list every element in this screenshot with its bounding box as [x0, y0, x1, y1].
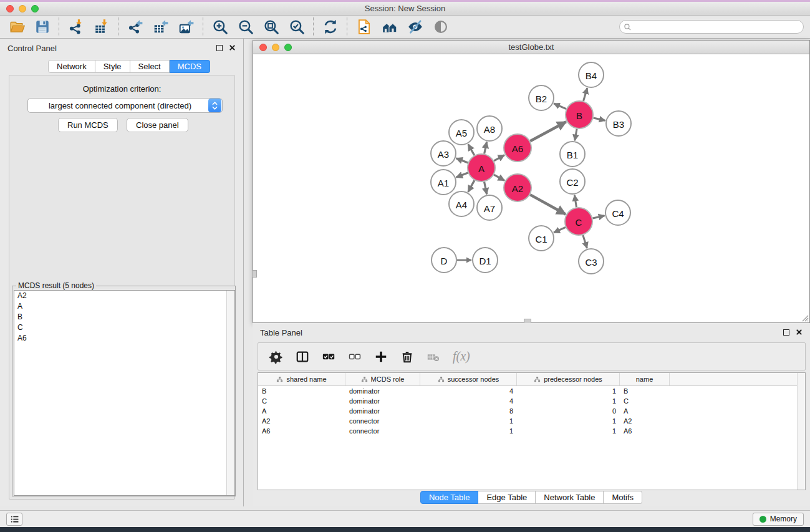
table-cell[interactable]: C [620, 397, 670, 405]
node-C3[interactable]: C3 [579, 249, 604, 274]
node-A6[interactable]: A6 [504, 134, 531, 162]
edge-A-A3[interactable] [456, 158, 468, 163]
float-panel-icon[interactable] [216, 45, 223, 51]
table-cell[interactable]: A2 [620, 417, 670, 425]
show-panels-button[interactable] [6, 513, 22, 526]
tab-motifs[interactable]: Motifs [604, 491, 642, 504]
node-D1[interactable]: D1 [473, 248, 498, 273]
open-file-icon[interactable] [8, 19, 25, 36]
edge-A-A4[interactable] [468, 180, 475, 192]
table-cell[interactable]: A [620, 407, 670, 415]
table-cell[interactable]: 0 [517, 407, 620, 415]
edge-B-B2[interactable] [554, 104, 566, 109]
table-cell[interactable]: B [258, 387, 345, 395]
result-item[interactable]: B [14, 312, 234, 322]
table-cell[interactable]: 1 [517, 397, 620, 405]
network-canvas[interactable]: B4B2BB3A5A8A6B1A3AC2A1A2A4A7C4CC1C3DD1 [253, 54, 809, 322]
node-C1[interactable]: C1 [529, 226, 554, 251]
edge-C-C3[interactable] [583, 235, 587, 248]
copy-style-icon[interactable] [355, 19, 372, 36]
tab-node-table[interactable]: Node Table [420, 491, 479, 504]
edge-A-A8[interactable] [485, 142, 487, 154]
node-B3[interactable]: B3 [606, 111, 631, 136]
table-cell[interactable]: connector [345, 417, 420, 425]
deselect-all-icon[interactable] [348, 350, 362, 364]
refresh-icon[interactable] [322, 19, 339, 36]
zoom-fit-icon[interactable] [263, 19, 279, 36]
node-A5[interactable]: A5 [449, 120, 474, 145]
edge-A-A7[interactable] [485, 182, 487, 195]
table-cell[interactable]: 8 [420, 407, 517, 415]
close-panel-icon[interactable] [229, 42, 236, 54]
tab-edge-table[interactable]: Edge Table [478, 491, 536, 504]
close-table-panel-icon[interactable] [796, 327, 803, 338]
tab-network-table[interactable]: Network Table [536, 491, 604, 504]
table-cell[interactable]: B [620, 387, 670, 395]
node-C2[interactable]: C2 [560, 169, 585, 194]
float-table-panel-icon[interactable] [783, 329, 789, 336]
splitter-handle-vertical[interactable] [252, 270, 257, 278]
network-graph[interactable]: B4B2BB3A5A8A6B1A3AC2A1A2A4A7C4CC1C3DD1 [253, 54, 809, 322]
edge-C-C2[interactable] [574, 195, 576, 208]
table-row[interactable]: Adominator80A [258, 406, 805, 416]
table-row[interactable]: Bdominator41B [258, 386, 805, 396]
result-item[interactable]: A2 [14, 291, 234, 301]
table-cell[interactable]: dominator [345, 397, 420, 405]
memory-button[interactable]: Memory [753, 513, 804, 526]
edge-A-A6[interactable] [494, 155, 504, 161]
optimization-criterion-select[interactable]: largest connected component (directed) [27, 98, 223, 113]
edge-A6-B[interactable] [530, 122, 566, 141]
table-cell[interactable]: 1 [517, 427, 620, 435]
column-header-shared-name[interactable]: shared name [258, 373, 345, 385]
node-B[interactable]: B [566, 101, 593, 128]
node-A[interactable]: A [468, 154, 495, 181]
result-item[interactable]: C [14, 322, 234, 333]
table-cell[interactable]: 1 [517, 417, 620, 425]
node-C[interactable]: C [565, 208, 592, 235]
split-columns-icon[interactable] [296, 350, 309, 364]
column-header-name[interactable]: name [620, 373, 670, 385]
app-titlebar[interactable]: Session: New Session [0, 2, 810, 16]
table-cell[interactable]: 1 [517, 387, 620, 395]
edge-C-C4[interactable] [592, 216, 604, 218]
close-panel-button[interactable]: Close panel [127, 118, 188, 132]
tab-style[interactable]: Style [95, 60, 130, 73]
node-A3[interactable]: A3 [431, 141, 456, 166]
zoom-in-icon[interactable] [211, 19, 228, 36]
node-B1[interactable]: B1 [560, 142, 585, 167]
edge-B-B1[interactable] [575, 129, 577, 141]
result-item[interactable]: A6 [14, 333, 234, 344]
gear-icon[interactable] [269, 350, 283, 364]
table-row[interactable]: A2connector11A2 [258, 416, 805, 426]
tab-mcds[interactable]: MCDS [170, 60, 210, 73]
node-A8[interactable]: A8 [477, 116, 502, 141]
hide-selected-icon[interactable] [407, 19, 423, 36]
table-cell[interactable]: 1 [420, 417, 517, 425]
edge-A-A2[interactable] [494, 175, 504, 180]
table-row[interactable]: A6connector11A6 [258, 426, 805, 436]
column-header-successor-nodes[interactable]: successor nodes [420, 373, 517, 385]
result-item[interactable]: A [14, 301, 234, 312]
table-cell[interactable]: connector [345, 427, 420, 435]
network-window-titlebar[interactable]: testGlobe.txt [253, 41, 809, 54]
first-neighbors-icon[interactable] [381, 19, 398, 36]
export-network-icon[interactable] [127, 19, 143, 36]
node-A1[interactable]: A1 [431, 170, 456, 195]
edge-C-C1[interactable] [554, 227, 566, 233]
search-text-field[interactable] [632, 21, 803, 32]
edge-A2-C[interactable] [530, 195, 566, 214]
node-C4[interactable]: C4 [605, 200, 630, 225]
table-cell[interactable]: 1 [420, 427, 517, 435]
delete-icon[interactable] [400, 350, 414, 364]
export-table-icon[interactable] [152, 19, 169, 36]
import-network-icon[interactable] [67, 19, 84, 36]
column-header-MCDS-role[interactable]: MCDS role [345, 373, 420, 385]
show-graphics-icon[interactable] [432, 19, 449, 36]
window-resize-grip[interactable] [800, 313, 809, 322]
node-B2[interactable]: B2 [529, 85, 554, 110]
table-cell[interactable]: dominator [345, 407, 420, 415]
export-image-icon[interactable] [178, 19, 195, 36]
table-cell[interactable]: A2 [258, 417, 345, 425]
table-cell[interactable]: 4 [420, 397, 517, 405]
node-B4[interactable]: B4 [579, 62, 604, 87]
